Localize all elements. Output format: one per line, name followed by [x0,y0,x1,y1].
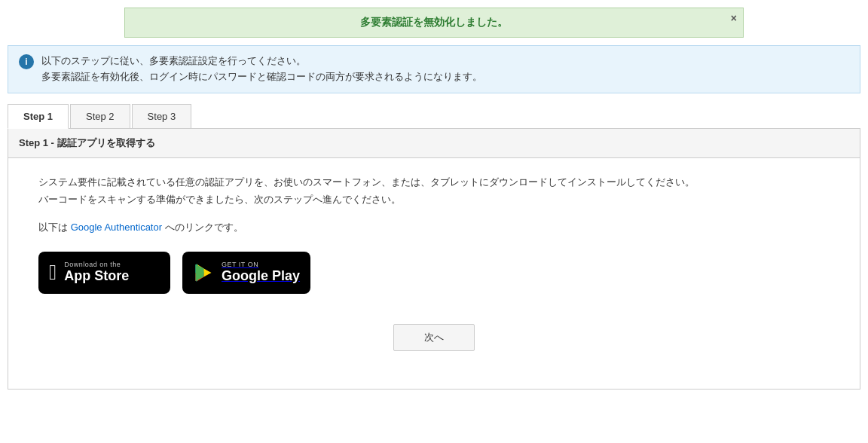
page-wrapper: 多要素認証を無効化しました。 × i 以下のステップに従い、多要素認証設定を行っ… [0,8,868,443]
info-line1: 以下のステップに従い、多要素認証設定を行ってください。 [41,53,482,69]
google-auth-suffix: へのリンクです。 [162,222,243,233]
desc-line1: システム要件に記載されている任意の認証アプリを、お使いのスマートフォン、または、… [38,173,830,191]
badges-row:  Download on the App Store [38,252,830,294]
next-button[interactable]: 次へ [393,324,475,351]
step-title: Step 1 - 認証アプリを取得する [8,129,860,158]
apple-icon:  [49,262,57,283]
info-text: 以下のステップに従い、多要素認証設定を行ってください。 多要素認証を有効化後、ロ… [41,53,482,85]
play-icon [193,262,214,283]
info-box: i 以下のステップに従い、多要素認証設定を行ってください。 多要素認証を有効化後… [8,45,860,93]
info-icon: i [19,54,34,69]
appstore-small-text: Download on the [64,261,129,268]
google-auth-prefix: 以下は [38,222,71,233]
googleplay-big-text: Google Play [222,268,300,285]
desc-line2: バーコードをスキャンする準備ができましたら、次のステップへ進んでください。 [38,191,830,208]
tab-step2[interactable]: Step 2 [70,104,130,128]
step-description: システム要件に記載されている任意の認証アプリを、お使いのスマートフォン、または、… [38,173,830,209]
appstore-text-block: Download on the App Store [64,261,129,285]
step-content: Step 1 - 認証アプリを取得する システム要件に記載されている任意の認証ア… [8,129,860,390]
google-auth-link-row: 以下は Google Authenticator へのリンクです。 [38,218,830,236]
success-message: 多要素認証を無効化しました。 [360,16,508,28]
appstore-big-text: App Store [64,268,129,285]
googleplay-small-text: GET IT ON [222,261,300,268]
info-line2: 多要素認証を有効化後、ログイン時にパスワードと確認コードの両方が要求されるように… [41,69,482,85]
success-banner: 多要素認証を無効化しました。 × [124,8,744,38]
googleplay-text-block: GET IT ON Google Play [222,261,300,285]
google-auth-link[interactable]: Google Authenticator [71,222,162,233]
close-icon[interactable]: × [731,13,737,23]
tab-step3[interactable]: Step 3 [132,104,192,128]
step-body: システム要件に記載されている任意の認証アプリを、お使いのスマートフォン、または、… [8,158,860,389]
appstore-badge[interactable]:  Download on the App Store [38,252,170,294]
tab-step1[interactable]: Step 1 [8,104,69,129]
next-btn-row: 次へ [38,316,830,366]
googleplay-badge[interactable]: GET IT ON Google Play [182,252,310,294]
tabs-container: Step 1 Step 2 Step 3 [8,104,860,129]
